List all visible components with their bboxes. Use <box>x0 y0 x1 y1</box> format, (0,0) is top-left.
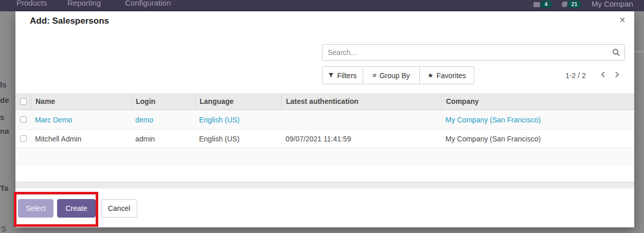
messages-count-badge: 4 <box>540 1 552 8</box>
cell-company: My Company (San Francisco) <box>441 116 634 124</box>
bg-text-fragment: s <box>0 113 4 121</box>
dialog-title: Add: Salespersons <box>30 16 109 26</box>
close-icon[interactable]: ✕ <box>617 14 628 26</box>
table-row[interactable]: Mitchell Admin admin English (US) 09/07/… <box>15 129 634 148</box>
column-header-latest-authentication[interactable]: Latest authentication <box>281 93 441 110</box>
row-checkbox[interactable] <box>20 116 27 123</box>
column-header-company[interactable]: Company <box>441 93 634 110</box>
search-input[interactable] <box>322 44 625 61</box>
nav-item-products: Products <box>16 0 47 7</box>
pager-range: 1-2 / 2 <box>560 66 592 84</box>
activities-count-badge: 21 <box>567 1 581 8</box>
cell-latest-authentication: 09/07/2021 11:41:59 <box>281 135 441 143</box>
search-controls: Filters ≡ Group By ★ Favorites <box>322 66 474 84</box>
header-checkbox-cell <box>15 93 31 110</box>
bg-text-fragment: S <box>1 224 6 233</box>
row-checkbox[interactable] <box>20 135 27 142</box>
cell-name[interactable]: Marc Demo <box>31 116 131 124</box>
salespersons-table: Name Login Language Latest authenticatio… <box>15 93 634 188</box>
empty-row <box>15 148 634 165</box>
company-menu-label: My Compan <box>592 0 633 8</box>
bg-text-fragment: na <box>0 127 9 135</box>
table-header-row: Name Login Language Latest authenticatio… <box>15 93 634 110</box>
cell-name[interactable]: Mitchell Admin <box>31 135 131 143</box>
cell-login: admin <box>131 135 195 143</box>
pager-next-button[interactable] <box>612 66 622 84</box>
group-by-icon: ≡ <box>372 71 377 79</box>
table-footer-strip <box>15 182 634 188</box>
cell-language: English (US) <box>195 116 281 124</box>
bg-text-fragment: ls <box>0 80 7 89</box>
activities-icon <box>562 2 567 7</box>
bg-text-fragment: Ta <box>0 184 8 192</box>
table-row[interactable]: Marc Demo demo English (US) My Company (… <box>15 110 634 129</box>
column-header-language[interactable]: Language <box>195 93 281 110</box>
select-button[interactable]: Select <box>18 199 53 218</box>
messages-icon <box>533 2 540 7</box>
create-button[interactable]: Create <box>57 199 96 218</box>
empty-row <box>15 165 634 182</box>
favorites-label: Favorites <box>437 71 467 80</box>
chevron-right-icon <box>615 71 620 80</box>
cell-company: My Company (San Francisco) <box>441 135 634 143</box>
row-checkbox-cell <box>15 116 31 123</box>
search-icon[interactable] <box>612 48 620 59</box>
group-by-label: Group By <box>380 71 410 80</box>
cell-language: English (US) <box>195 135 281 143</box>
filters-label: Filters <box>337 71 356 80</box>
star-icon: ★ <box>427 71 434 79</box>
filters-button[interactable]: Filters <box>322 66 363 84</box>
chevron-left-icon <box>600 71 605 80</box>
backdrop-artifact <box>634 51 644 52</box>
filter-icon <box>328 71 334 80</box>
column-header-login[interactable]: Login <box>131 93 195 110</box>
select-all-checkbox[interactable] <box>20 98 27 105</box>
top-navbar: Products Reporting Configuration 4 21 My… <box>0 0 644 11</box>
nav-item-reporting: Reporting <box>67 0 101 7</box>
pager-previous-button[interactable] <box>598 66 608 84</box>
page-backdrop: Products Reporting Configuration 4 21 My… <box>0 0 644 233</box>
group-by-button[interactable]: ≡ Group By <box>363 66 420 84</box>
bg-text-fragment: de <box>0 96 9 104</box>
row-checkbox-cell <box>15 135 31 142</box>
favorites-button[interactable]: ★ Favorites <box>420 66 474 84</box>
search-box <box>322 44 625 61</box>
dialog-add-salespersons: Add: Salespersons ✕ Filters ≡ Grou <box>15 11 634 227</box>
column-header-name[interactable]: Name <box>31 93 131 110</box>
nav-item-configuration: Configuration <box>125 0 171 7</box>
cancel-button[interactable]: Cancel <box>101 199 137 218</box>
cell-login: demo <box>131 116 195 124</box>
